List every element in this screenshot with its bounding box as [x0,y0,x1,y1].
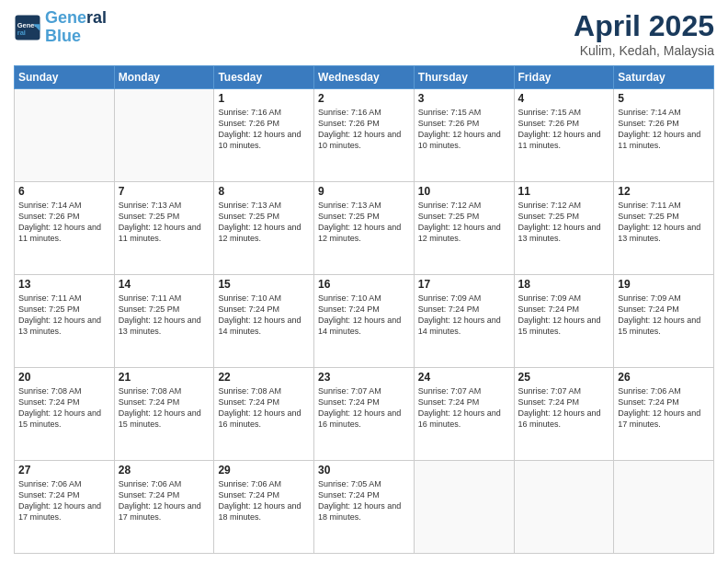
calendar-week-row: 6Sunrise: 7:14 AM Sunset: 7:26 PM Daylig… [15,182,714,275]
calendar-table: SundayMondayTuesdayWednesdayThursdayFrid… [14,65,714,554]
day-number: 14 [119,278,210,291]
day-info: Sunrise: 7:09 AM Sunset: 7:24 PM Dayligh… [618,293,710,338]
day-number: 27 [18,464,110,477]
calendar-cell: 30Sunrise: 7:05 AM Sunset: 7:24 PM Dayli… [314,461,415,554]
day-number: 29 [218,464,310,477]
day-info: Sunrise: 7:15 AM Sunset: 7:26 PM Dayligh… [518,107,610,152]
day-info: Sunrise: 7:09 AM Sunset: 7:24 PM Dayligh… [518,293,610,338]
day-number: 28 [119,464,210,477]
calendar-day-header: Friday [514,66,614,89]
calendar-cell: 9Sunrise: 7:13 AM Sunset: 7:25 PM Daylig… [314,182,415,275]
calendar-cell: 18Sunrise: 7:09 AM Sunset: 7:24 PM Dayli… [514,275,614,368]
calendar-cell: 10Sunrise: 7:12 AM Sunset: 7:25 PM Dayli… [414,182,514,275]
day-number: 17 [418,278,510,291]
day-info: Sunrise: 7:16 AM Sunset: 7:26 PM Dayligh… [318,107,410,152]
day-number: 8 [218,185,310,198]
calendar-cell: 29Sunrise: 7:06 AM Sunset: 7:24 PM Dayli… [214,461,314,554]
calendar-cell: 14Sunrise: 7:11 AM Sunset: 7:25 PM Dayli… [114,275,214,368]
day-number: 19 [618,278,710,291]
day-info: Sunrise: 7:15 AM Sunset: 7:26 PM Dayligh… [418,107,510,152]
day-info: Sunrise: 7:10 AM Sunset: 7:24 PM Dayligh… [218,293,310,338]
calendar-cell [414,461,514,554]
subtitle: Kulim, Kedah, Malaysia [574,43,714,58]
day-info: Sunrise: 7:06 AM Sunset: 7:24 PM Dayligh… [218,478,310,523]
day-number: 16 [318,278,410,291]
calendar-cell: 28Sunrise: 7:06 AM Sunset: 7:24 PM Dayli… [114,461,214,554]
calendar-cell: 25Sunrise: 7:07 AM Sunset: 7:24 PM Dayli… [514,368,614,461]
svg-text:ral: ral [17,29,26,37]
calendar-cell: 17Sunrise: 7:09 AM Sunset: 7:24 PM Dayli… [414,275,514,368]
day-number: 7 [119,185,210,198]
calendar-cell: 7Sunrise: 7:13 AM Sunset: 7:25 PM Daylig… [114,182,214,275]
day-number: 25 [518,371,610,384]
calendar-cell: 11Sunrise: 7:12 AM Sunset: 7:25 PM Dayli… [514,182,614,275]
day-info: Sunrise: 7:12 AM Sunset: 7:25 PM Dayligh… [518,200,610,245]
day-info: Sunrise: 7:16 AM Sunset: 7:26 PM Dayligh… [218,107,310,152]
calendar-week-row: 1Sunrise: 7:16 AM Sunset: 7:26 PM Daylig… [15,89,714,182]
calendar-cell: 4Sunrise: 7:15 AM Sunset: 7:26 PM Daylig… [514,89,614,182]
day-number: 9 [318,185,410,198]
day-number: 15 [218,278,310,291]
day-number: 3 [418,92,510,105]
day-info: Sunrise: 7:06 AM Sunset: 7:24 PM Dayligh… [119,478,210,523]
calendar-header-row: SundayMondayTuesdayWednesdayThursdayFrid… [15,66,714,89]
calendar-day-header: Tuesday [214,66,314,89]
logo-icon: Gene- ral [14,14,41,41]
day-info: Sunrise: 7:08 AM Sunset: 7:24 PM Dayligh… [119,385,210,431]
day-info: Sunrise: 7:08 AM Sunset: 7:24 PM Dayligh… [18,385,110,431]
calendar-week-row: 27Sunrise: 7:06 AM Sunset: 7:24 PM Dayli… [15,461,714,554]
logo: Gene- ral GeneralBlue [14,9,107,46]
day-number: 20 [18,371,110,384]
day-info: Sunrise: 7:06 AM Sunset: 7:24 PM Dayligh… [18,478,110,523]
header: Gene- ral GeneralBlue April 2025 Kulim, … [14,9,714,58]
calendar-cell: 22Sunrise: 7:08 AM Sunset: 7:24 PM Dayli… [214,368,314,461]
day-number: 11 [518,185,610,198]
calendar-cell: 26Sunrise: 7:06 AM Sunset: 7:24 PM Dayli… [614,368,714,461]
main-title: April 2025 [574,9,714,43]
calendar-day-header: Thursday [414,66,514,89]
day-info: Sunrise: 7:09 AM Sunset: 7:24 PM Dayligh… [418,293,510,338]
calendar-day-header: Sunday [15,66,115,89]
calendar-cell: 20Sunrise: 7:08 AM Sunset: 7:24 PM Dayli… [15,368,115,461]
day-info: Sunrise: 7:05 AM Sunset: 7:24 PM Dayligh… [318,478,410,523]
calendar-cell: 1Sunrise: 7:16 AM Sunset: 7:26 PM Daylig… [214,89,314,182]
day-info: Sunrise: 7:11 AM Sunset: 7:25 PM Dayligh… [119,293,210,338]
page: Gene- ral GeneralBlue April 2025 Kulim, … [0,0,728,563]
calendar-week-row: 13Sunrise: 7:11 AM Sunset: 7:25 PM Dayli… [15,275,714,368]
calendar-cell: 15Sunrise: 7:10 AM Sunset: 7:24 PM Dayli… [214,275,314,368]
calendar-week-row: 20Sunrise: 7:08 AM Sunset: 7:24 PM Dayli… [15,368,714,461]
calendar-cell [114,89,214,182]
calendar-cell: 13Sunrise: 7:11 AM Sunset: 7:25 PM Dayli… [15,275,115,368]
day-info: Sunrise: 7:11 AM Sunset: 7:25 PM Dayligh… [618,200,710,245]
calendar-cell [614,461,714,554]
calendar-cell: 21Sunrise: 7:08 AM Sunset: 7:24 PM Dayli… [114,368,214,461]
day-number: 23 [318,371,410,384]
day-number: 5 [618,92,710,105]
day-info: Sunrise: 7:13 AM Sunset: 7:25 PM Dayligh… [218,200,310,245]
calendar-cell: 24Sunrise: 7:07 AM Sunset: 7:24 PM Dayli… [414,368,514,461]
day-number: 26 [618,371,710,384]
calendar-cell: 19Sunrise: 7:09 AM Sunset: 7:24 PM Dayli… [614,275,714,368]
day-info: Sunrise: 7:13 AM Sunset: 7:25 PM Dayligh… [318,200,410,245]
day-number: 21 [119,371,210,384]
day-number: 10 [418,185,510,198]
calendar-cell: 3Sunrise: 7:15 AM Sunset: 7:26 PM Daylig… [414,89,514,182]
day-number: 24 [418,371,510,384]
calendar-cell [514,461,614,554]
day-number: 1 [218,92,310,105]
calendar-cell: 6Sunrise: 7:14 AM Sunset: 7:26 PM Daylig… [15,182,115,275]
calendar-cell: 8Sunrise: 7:13 AM Sunset: 7:25 PM Daylig… [214,182,314,275]
calendar-day-header: Wednesday [314,66,415,89]
day-number: 13 [18,278,110,291]
day-number: 2 [318,92,410,105]
day-number: 6 [18,185,110,198]
day-info: Sunrise: 7:14 AM Sunset: 7:26 PM Dayligh… [18,200,110,245]
calendar-cell: 27Sunrise: 7:06 AM Sunset: 7:24 PM Dayli… [15,461,115,554]
day-info: Sunrise: 7:12 AM Sunset: 7:25 PM Dayligh… [418,200,510,245]
calendar-cell [15,89,115,182]
day-info: Sunrise: 7:06 AM Sunset: 7:24 PM Dayligh… [618,385,710,431]
day-info: Sunrise: 7:07 AM Sunset: 7:24 PM Dayligh… [318,385,410,431]
calendar-cell: 23Sunrise: 7:07 AM Sunset: 7:24 PM Dayli… [314,368,415,461]
day-info: Sunrise: 7:11 AM Sunset: 7:25 PM Dayligh… [18,293,110,338]
calendar-cell: 2Sunrise: 7:16 AM Sunset: 7:26 PM Daylig… [314,89,415,182]
